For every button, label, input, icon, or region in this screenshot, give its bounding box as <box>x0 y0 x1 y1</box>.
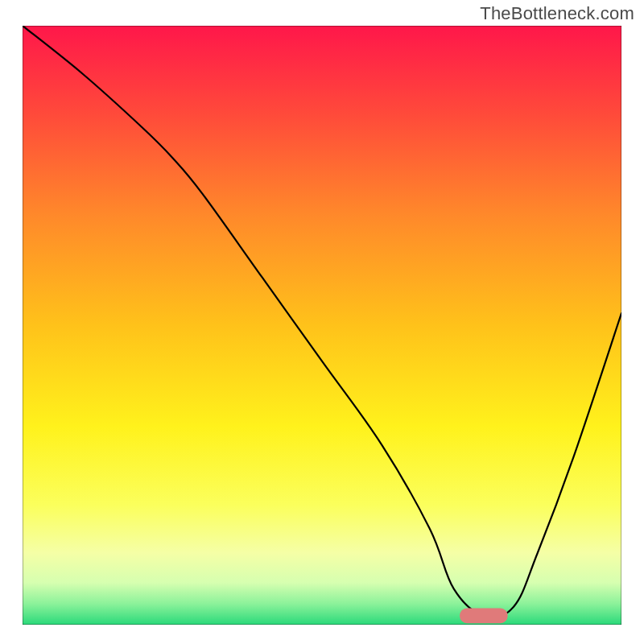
chart-svg <box>23 26 621 625</box>
optimal-marker <box>460 609 508 624</box>
gradient-background <box>23 26 621 625</box>
plot-area <box>23 26 621 625</box>
watermark-text: TheBottleneck.com <box>480 3 634 24</box>
chart-container: TheBottleneck.com <box>0 0 644 644</box>
